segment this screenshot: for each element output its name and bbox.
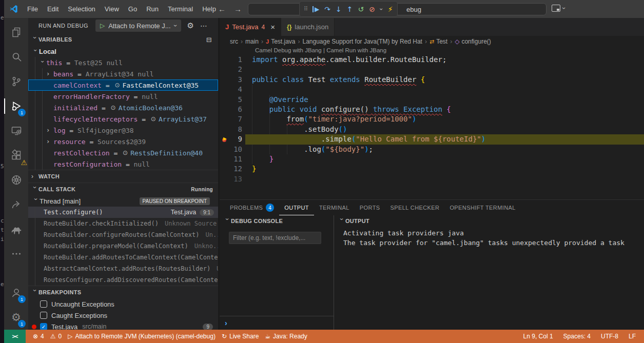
activity-more[interactable] [4, 241, 28, 266]
variable-row-errorhandlerfactory[interactable]: errorHandlerFactory = null [28, 91, 218, 102]
variable-row-beans[interactable]: ›beans = ArrayList@34 null [28, 68, 218, 79]
gutter-line-13[interactable]: 13 [220, 174, 245, 184]
status-spaces-4[interactable]: Spaces: 4 [560, 330, 594, 343]
breakpoint-row[interactable]: Uncaught Exceptions [28, 298, 218, 310]
gutter-line-3[interactable]: 3 [220, 75, 245, 85]
panel-tab-output[interactable]: OUTPUT [279, 200, 314, 215]
breakpoints-section-header[interactable]: › BREAKPOINTS [28, 286, 218, 298]
menu-view[interactable]: View [100, 0, 124, 18]
lazy-eval-eye-icon[interactable]: ⊙ [111, 104, 116, 111]
start-debug-icon[interactable]: ▷ [100, 22, 105, 29]
stack-frame[interactable]: RouteBuilder.prepareModel(CamelContext)U… [28, 240, 218, 252]
breadcrumb-item-test[interactable]: ⇄Test [430, 38, 447, 45]
breakpoint-row[interactable]: ✓Test.javasrc/main9 [28, 321, 218, 330]
menu-run[interactable]: Run [142, 0, 163, 18]
customize-layout-icon[interactable] [552, 5, 560, 12]
stack-frame[interactable]: AbstractCamelContext.addRoutes(RoutesBui… [28, 263, 218, 274]
status-java-cup[interactable]: ☕Java: Ready [262, 330, 310, 343]
status-utf-8[interactable]: UTF-8 [598, 330, 621, 343]
checkbox[interactable] [40, 300, 47, 308]
status-error[interactable]: ⊗4 [30, 330, 47, 343]
variable-row-restconfiguration[interactable]: restConfiguration = null [28, 158, 218, 170]
breadcrumb-item-language-support-for-java-tm-by-red-hat[interactable]: Language Support for Java(TM) by Red Hat [303, 38, 422, 45]
activity-extensions[interactable]: ⚠ [4, 143, 28, 168]
gutter-line-2[interactable]: 2 [220, 65, 245, 74]
chevron-down-icon[interactable]: › [39, 59, 46, 67]
variable-row-log[interactable]: ›log = Slf4jLogger@38 [28, 125, 218, 136]
forward-arrow-icon[interactable]: → [234, 5, 242, 13]
menu-file[interactable]: File [23, 0, 43, 18]
chevron-down-icon[interactable]: › [31, 289, 38, 296]
panel-tab-problems[interactable]: PROBLEMS4 [225, 200, 279, 215]
stack-frame[interactable]: RoutesConfigurer.addDiscoveredRoutes(Cam… [28, 274, 218, 286]
lazy-eval-eye-icon[interactable]: ⊙ [123, 149, 128, 156]
variables-section-header[interactable]: › VARIABLES ⊟ [28, 33, 218, 46]
chevron-right-icon[interactable]: › [46, 127, 53, 134]
vscode-logo-icon[interactable] [4, 4, 23, 14]
stack-frame[interactable]: RouteBuilder.addRoutesToCamelContext(Cam… [28, 252, 218, 263]
lazy-eval-eye-icon[interactable]: ⊙ [114, 82, 120, 89]
activity-settings[interactable]: ⚙1 [4, 305, 28, 330]
gutter-line-8[interactable]: 8 [220, 125, 245, 134]
menu-help[interactable]: Help [198, 0, 221, 18]
debug-continue-icon[interactable]: ▶ [313, 6, 319, 12]
debug-step-over-icon[interactable]: ↷ [324, 6, 330, 13]
gutter-line-1[interactable]: 1 [220, 55, 245, 65]
chevron-down-icon[interactable]: › [338, 218, 345, 225]
gutter-line-9[interactable]: ▶9 [220, 134, 245, 144]
gear-icon[interactable]: ⚙ [187, 21, 194, 30]
gutter-line-12[interactable]: 12 [220, 164, 245, 174]
code-editor[interactable]: 1import org.apache.camel.builder.RouteBu… [220, 55, 644, 199]
chevron-right-icon[interactable]: › [46, 138, 53, 145]
gutter-line-11[interactable]: 11 [220, 154, 245, 164]
activity-share[interactable] [4, 192, 28, 217]
chevron-down-icon[interactable]: › [31, 186, 38, 193]
collapse-all-icon[interactable]: ⊟ [206, 36, 212, 44]
variable-row-this[interactable]: ›this = Test@25 null [28, 57, 218, 68]
stack-frame[interactable]: Test.configure()Test.java9:1 [28, 207, 218, 218]
checkbox[interactable] [40, 312, 47, 319]
breadcrumb-item-test-java[interactable]: JTest.java [266, 38, 295, 45]
breadcrumb-item-src[interactable]: src [230, 38, 238, 45]
close-icon[interactable]: × [270, 23, 275, 31]
chevron-down-icon[interactable]: › [378, 8, 384, 10]
lightning-icon[interactable]: ⚡ [388, 6, 393, 13]
variable-row-local[interactable]: ›Local [28, 46, 218, 57]
chevron-down-icon[interactable]: › [32, 198, 40, 205]
launch-config-picker[interactable]: ▷ Attach to Remote J... › [95, 19, 181, 32]
remote-indicator[interactable]: >< [4, 330, 26, 343]
layout-control[interactable]: › [552, 5, 565, 12]
breakpoint-row[interactable]: Caught Exceptions [28, 310, 218, 321]
menu-selection[interactable]: Selection [63, 0, 100, 18]
status-ln-9-col-1[interactable]: Ln 9, Col 1 [520, 330, 556, 343]
activity-camel[interactable] [4, 217, 28, 241]
activity-explorer[interactable] [4, 20, 28, 45]
chevron-down-icon[interactable]: › [172, 25, 179, 27]
activity-source-control[interactable] [4, 69, 28, 94]
menu-terminal[interactable]: Terminal [163, 0, 198, 18]
gutter-line-5[interactable]: 5 [220, 95, 245, 105]
status-live-share[interactable]: ↻Live Share [219, 330, 262, 343]
chevron-down-icon[interactable]: › [32, 48, 39, 55]
back-arrow-icon[interactable]: ← [218, 5, 226, 13]
panel-tab-ports[interactable]: PORTS [355, 200, 385, 215]
tab-test-java[interactable]: JTest.java4× [220, 18, 281, 36]
debug-console-filter-input[interactable] [229, 232, 321, 244]
chevron-right-icon[interactable]: › [31, 173, 38, 180]
variable-row-lifecycleinterceptors[interactable]: lifecycleInterceptors = ⊙ArrayList@37 [28, 113, 218, 125]
panel-tab-spell-checker[interactable]: SPELL CHECKER [385, 200, 445, 215]
activity-kubernetes[interactable] [4, 168, 28, 192]
gutter-line-7[interactable]: 7 [220, 114, 245, 124]
menu-edit[interactable]: Edit [43, 0, 63, 18]
output-header[interactable]: › OUTPUT [334, 215, 644, 227]
debug-console-input-row[interactable]: › [220, 316, 334, 330]
gutter-line-10[interactable]: 10 [220, 145, 245, 154]
debug-step-into-icon[interactable]: ↓ [336, 6, 342, 13]
chevron-down-icon[interactable]: › [560, 7, 568, 9]
lazy-eval-eye-icon[interactable]: ⊙ [151, 115, 156, 123]
debug-disconnect-icon[interactable]: ⊘ [369, 6, 375, 13]
call-stack-section-header[interactable]: › CALL STACK Running [28, 183, 218, 195]
panel-tab-terminal[interactable]: TERMINAL [314, 200, 355, 215]
menu-go[interactable]: Go [124, 0, 142, 18]
watch-section-header[interactable]: › WATCH [28, 170, 218, 183]
